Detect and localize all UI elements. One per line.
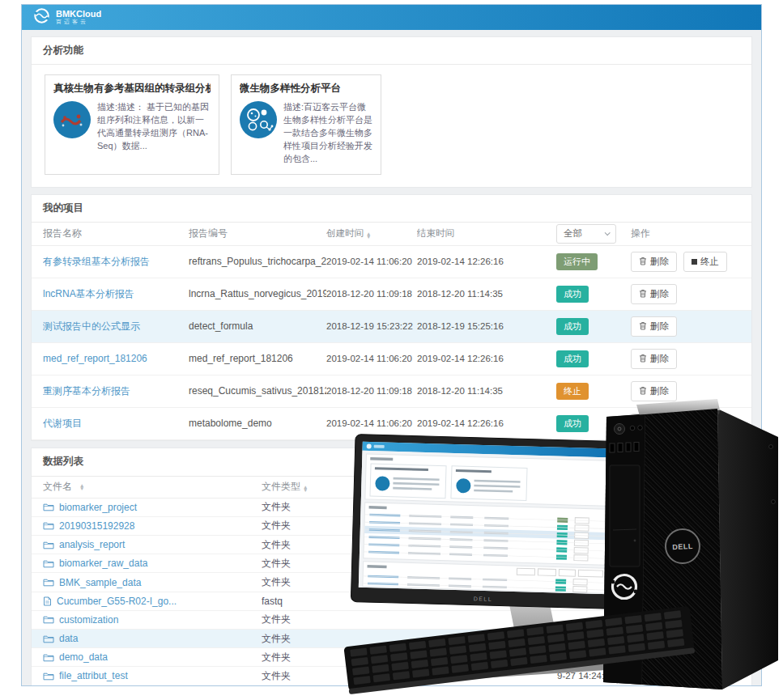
project-end-time: 2019-02-14 12:26:16	[417, 354, 556, 363]
status-filter-dropdown[interactable]: 全部	[556, 224, 631, 244]
delete-button[interactable]: 删除	[631, 284, 677, 304]
project-actions-cell: 删除	[631, 349, 740, 369]
bmkcloud-logo-icon	[32, 6, 51, 28]
sort-icon[interactable]: ▲▼	[79, 484, 84, 490]
project-end-time: 2018-12-19 15:25:16	[417, 321, 556, 331]
project-code: reseq_Cucumis_sativus_20181220171	[189, 385, 326, 397]
folder-icon	[43, 634, 54, 643]
project-code: med_ref_report_181206	[189, 353, 326, 364]
project-end-time: 2019-02-14 12:26:16	[417, 257, 556, 266]
project-name-cell: med_ref_report_181206	[43, 353, 189, 364]
delete-button[interactable]: 删除	[631, 316, 677, 337]
project-name-cell: 测试报告中的公式显示	[43, 320, 189, 333]
project-row: med_ref_report_181206med_ref_report_1812…	[32, 343, 751, 375]
status-badge: 成功	[556, 350, 589, 367]
project-row: 有参转录组基本分析报告reftrans_Populus_trichocarpa_…	[32, 246, 751, 278]
trash-icon	[639, 289, 647, 299]
file-icon	[43, 596, 52, 606]
analysis-card-title: 微生物多样性分析平台	[240, 82, 372, 95]
folder-icon	[43, 541, 54, 549]
project-name-link[interactable]: 重测序基本分析报告	[43, 385, 130, 397]
file-name-link[interactable]: analysis_report	[59, 539, 125, 550]
col-file-name[interactable]: 文件名▲▼	[43, 480, 262, 494]
project-name-cell: 有参转录组基本分析报告	[43, 255, 189, 269]
sort-icon[interactable]: ▲▼	[303, 486, 308, 492]
file-name-link[interactable]: file_attribut_test	[59, 670, 128, 681]
terminate-button[interactable]: 终止	[683, 252, 727, 272]
projects-table-header: 报告名称 报告编号 创建时间▲▼ 结束时间 全部 操作	[32, 223, 751, 246]
file-name-link[interactable]: biomarker_raw_data	[59, 558, 147, 569]
project-name-link[interactable]: 代谢项目	[43, 418, 82, 429]
file-name-link[interactable]: 20190315192928	[59, 520, 134, 532]
thumbscrew-icon	[769, 445, 773, 449]
trash-icon	[639, 257, 647, 267]
status-badge: 运行中	[556, 253, 598, 270]
analysis-card-transcriptome[interactable]: 真核生物有参考基因组的转录组分析平台 描述:描述： 基于已知的基因组序列和注释信…	[45, 74, 219, 175]
analysis-card-desc: 描述:描述： 基于已知的基因组序列和注释信息，以新一代高通量转录组测序（RNA-…	[97, 101, 211, 153]
optical-drive	[610, 465, 640, 566]
project-name-link[interactable]: med_ref_report_181206	[43, 353, 147, 364]
analysis-card-microbial[interactable]: 微生物多样性分析平台	[231, 74, 381, 175]
project-actions-cell: 删除	[631, 284, 740, 304]
folder-icon	[43, 521, 54, 530]
file-name-link[interactable]: demo_data	[59, 651, 108, 663]
project-created-time: 2019-02-14 11:06:20	[326, 354, 417, 363]
delete-button[interactable]: 删除	[631, 252, 677, 272]
project-row: 测试报告中的公式显示detect_formula2018-12-19 15:23…	[32, 311, 751, 343]
sort-icon[interactable]: ▲▼	[366, 232, 371, 239]
monitor: DELL	[351, 435, 620, 609]
file-name-link[interactable]: BMK_sample_data	[59, 577, 141, 588]
project-code: metabolome_demo	[189, 418, 326, 429]
brand-name-cn: 百迈客云	[56, 19, 101, 25]
project-status-cell: 成功	[556, 286, 631, 303]
file-name-link[interactable]: Cucumber_G55-R02-I_go...	[57, 596, 177, 607]
file-name-cell: demo_data	[43, 651, 262, 663]
analysis-section-title: 分析功能	[32, 37, 751, 65]
folder-icon	[43, 503, 54, 511]
file-name-cell: analysis_report	[43, 539, 262, 550]
col-end-time: 结束时间	[417, 227, 556, 240]
project-actions-cell: 删除	[631, 316, 740, 337]
audio-jack-icon	[638, 426, 643, 431]
file-name-link[interactable]: data	[59, 633, 78, 644]
monitor-brand-label: DELL	[474, 596, 493, 602]
file-name-link[interactable]: biomarker_project	[59, 502, 137, 513]
col-created-time[interactable]: 创建时间▲▼	[326, 227, 417, 240]
project-created-time: 2018-12-19 15:23:22	[326, 321, 417, 331]
bmkcloud-logo[interactable]: BMKCloud 百迈客云	[32, 6, 101, 28]
project-name-cell: 代谢项目	[43, 417, 189, 431]
transcriptome-platform-icon	[53, 101, 91, 142]
analysis-card-title: 真核生物有参考基因组的转录组分析平台	[53, 82, 211, 95]
delete-button[interactable]: 删除	[631, 349, 677, 369]
files-section-title: 数据列表	[43, 455, 83, 469]
analysis-cards: 真核生物有参考基因组的转录组分析平台 描述:描述： 基于已知的基因组序列和注释信…	[32, 65, 751, 187]
project-name-link[interactable]: 有参转录组基本分析报告	[43, 256, 150, 267]
col-report-code: 报告编号	[189, 227, 326, 240]
projects-section-title: 我的项目	[32, 195, 751, 223]
project-actions-cell: 删除终止	[631, 252, 740, 272]
folder-icon	[43, 653, 54, 662]
project-code: detect_formula	[189, 320, 326, 332]
delete-label: 删除	[650, 353, 669, 365]
thumbscrew-icon	[772, 500, 776, 504]
file-name-link[interactable]: customization	[59, 614, 118, 626]
project-name-link[interactable]: 测试报告中的公式显示	[43, 320, 140, 332]
delete-label: 删除	[650, 320, 669, 333]
project-created-time: 2018-12-20 11:09:18	[326, 289, 417, 299]
project-name-link[interactable]: lncRNA基本分析报告	[43, 288, 134, 299]
tower-side-panel	[717, 409, 778, 689]
trash-icon	[639, 321, 647, 332]
brand-name: BMKCloud	[56, 9, 101, 19]
status-badge: 成功	[556, 286, 589, 303]
project-status-cell: 运行中	[556, 253, 631, 270]
col-report-name: 报告名称	[43, 227, 189, 240]
trash-icon	[639, 354, 647, 364]
delete-label: 删除	[650, 256, 669, 268]
folder-icon	[43, 559, 54, 568]
chevron-down-icon	[605, 230, 611, 235]
terminate-label: 终止	[700, 256, 719, 268]
file-name-cell: data	[43, 633, 262, 644]
file-name-cell: biomarker_project	[43, 502, 262, 513]
project-code: reftrans_Populus_trichocarpa_201903	[189, 256, 326, 267]
folder-icon	[43, 615, 54, 624]
